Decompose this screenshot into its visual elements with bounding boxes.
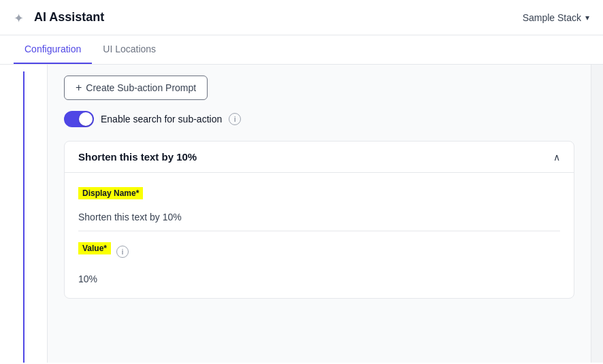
value-label-row: Value* i: [78, 242, 560, 261]
section-title: Shorten this text by 10%: [78, 151, 197, 163]
create-subaction-button[interactable]: + Create Sub-action Prompt: [64, 76, 208, 100]
enable-search-toggle[interactable]: [64, 111, 94, 127]
chevron-down-icon: ▾: [585, 13, 589, 22]
header-left: ✦ AI Assistant: [14, 10, 104, 24]
stack-selector[interactable]: Sample Stack ▾: [523, 12, 589, 23]
toggle-row: Enable search for sub-action i: [64, 111, 574, 127]
tab-bar: Configuration UI Locations: [0, 35, 603, 65]
sidebar-accent-line: [23, 71, 25, 363]
value-label: Value*: [78, 242, 111, 254]
toggle-slider[interactable]: [64, 111, 94, 127]
section-body: Display Name* Shorten this text by 10% V…: [65, 173, 574, 298]
shorten-section-card: Shorten this text by 10% ∧ Display Name*…: [64, 141, 574, 299]
main-area: + Create Sub-action Prompt Enable search…: [0, 65, 603, 363]
stack-label: Sample Stack: [523, 12, 581, 23]
create-subaction-label: Create Sub-action Prompt: [86, 82, 196, 93]
left-sidebar: [0, 65, 48, 363]
app-header: ✦ AI Assistant Sample Stack ▾: [0, 0, 603, 35]
value-field: Value* i 10%: [78, 242, 560, 284]
chevron-up-icon: ∧: [553, 152, 560, 163]
tab-ui-locations[interactable]: UI Locations: [92, 35, 167, 64]
plus-icon: +: [76, 82, 82, 94]
value-value: 10%: [78, 268, 560, 284]
toggle-label: Enable search for sub-action: [101, 114, 222, 125]
section-header[interactable]: Shorten this text by 10% ∧: [65, 142, 574, 173]
display-name-field: Display Name* Shorten this text by 10%: [78, 186, 560, 231]
tab-configuration[interactable]: Configuration: [14, 35, 92, 64]
toggle-info-icon[interactable]: i: [229, 113, 241, 125]
content-area: + Create Sub-action Prompt Enable search…: [48, 65, 591, 363]
display-name-value: Shorten this text by 10%: [78, 206, 560, 231]
display-name-label: Display Name*: [78, 187, 143, 199]
ai-assistant-icon: ✦: [14, 11, 27, 24]
value-info-icon[interactable]: i: [116, 246, 129, 258]
scrollbar-area: [591, 65, 603, 363]
app-title: AI Assistant: [34, 10, 104, 24]
